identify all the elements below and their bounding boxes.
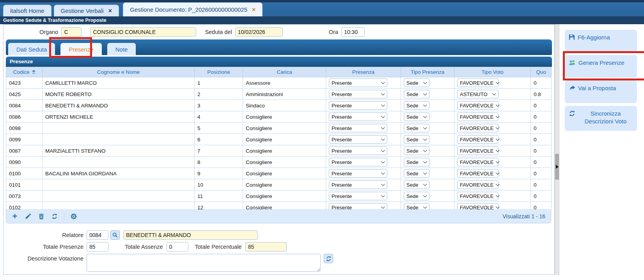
totale-percentuale-input[interactable] <box>245 242 287 251</box>
tipo-voto-select[interactable]: FAVOREVOLE <box>457 169 499 178</box>
presenza-select[interactable]: Presente <box>329 192 387 200</box>
tipo-voto-select[interactable]: FAVOREVOLE <box>457 158 499 166</box>
cell-quo: 0 <box>531 100 552 111</box>
tipo-presenza-select[interactable]: Sede <box>404 203 429 209</box>
splitter-toggle[interactable] <box>555 154 559 180</box>
tipo-voto-select[interactable]: FAVOREVOLE <box>457 112 499 121</box>
column-header-tipo-voto[interactable]: Tipo Voto <box>454 67 531 77</box>
seduta-del-input[interactable] <box>235 27 283 37</box>
organo-descrizione-input[interactable] <box>90 27 196 37</box>
presenza-select[interactable]: Presente <box>329 180 387 189</box>
column-header-cognome[interactable]: Cognome e Nome <box>43 67 195 77</box>
totale-assenze-label: Totale Assenze <box>125 244 163 250</box>
tipo-voto-select[interactable]: FAVOREVOLE <box>457 78 499 87</box>
tipo-presenza-select[interactable]: Sede <box>404 135 429 144</box>
tipo-presenza-select[interactable]: Sede <box>404 90 429 98</box>
chevron-down-icon <box>381 114 385 118</box>
tipo-presenza-select[interactable]: Sede <box>404 78 429 87</box>
table-row[interactable]: 0425 MONTE ROBERTO 2 Amministrazioni Pre… <box>6 89 552 100</box>
table-row[interactable]: 0073 11 Consigliere Presente Sede FAVORE… <box>6 191 552 202</box>
cell-codice: 0102 <box>6 202 43 210</box>
table-row[interactable]: 0087 MARZIALETTI STEFANO 7 Consigliere P… <box>6 145 552 157</box>
presenza-select[interactable]: Presente <box>329 112 387 121</box>
tipo-presenza-select[interactable]: Sede <box>404 192 429 200</box>
column-header-posizione[interactable]: Posizione <box>195 67 243 77</box>
tipo-presenza-select[interactable]: Sede <box>404 101 429 110</box>
tipo-voto-select[interactable]: ASTENUTO <box>457 90 499 98</box>
cell-tipo-presenza: Sede <box>401 89 454 100</box>
refresh-descrizione-button[interactable] <box>324 254 333 263</box>
organo-input[interactable] <box>61 27 82 37</box>
column-header-tipo-presenza[interactable]: Tipo Presenza <box>401 67 454 77</box>
tab-italsoft-home[interactable]: italsoft Home <box>3 5 51 16</box>
table-row[interactable]: 0090 8 Consigliere Presente Sede FAVOREV… <box>6 157 552 168</box>
descrizione-votazione-textarea[interactable] <box>87 254 321 272</box>
tipo-voto-select[interactable]: FAVOREVOLE <box>457 135 499 144</box>
tipo-presenza-select[interactable]: Sede <box>404 124 429 132</box>
relatore-code-input[interactable] <box>87 230 108 240</box>
presenza-select[interactable]: Presente <box>329 169 387 178</box>
tipo-voto-select[interactable]: FAVOREVOLE <box>457 124 499 132</box>
presenza-select[interactable]: Presente <box>329 90 387 98</box>
table-row[interactable]: 0100 BACALINI MARIA GIORDANA 9 Consiglie… <box>6 168 552 179</box>
presenza-select[interactable]: Presente <box>329 78 387 87</box>
chevron-down-icon <box>423 205 427 209</box>
tab-label: Gestione Documento: P_2026000000000025 <box>130 6 247 13</box>
table-row[interactable]: 0084 BENEDETTI & ARMANDO 3 Sindaco Prese… <box>6 100 552 111</box>
column-header-codice[interactable]: Codice <box>6 67 43 77</box>
table-row[interactable]: 0086 ORTENZI MICHELE 4 Consigliere Prese… <box>6 111 552 123</box>
f6-aggiorna-button[interactable]: F6-Aggiorna <box>565 30 637 52</box>
presenza-select[interactable]: Presente <box>329 124 387 132</box>
tipo-presenza-select[interactable]: Sede <box>404 112 429 121</box>
close-icon[interactable]: × <box>252 7 255 13</box>
presenza-select[interactable]: Presente <box>329 203 387 209</box>
tipo-presenza-select[interactable]: Sede <box>404 180 429 189</box>
sincronizza-descrizioni-voto-button[interactable]: Sincronizza Descrizioni Voto <box>565 106 637 131</box>
tipo-voto-select[interactable]: FAVOREVOLE <box>457 203 499 209</box>
table-row[interactable]: 0423 CAMILLETTI MARCO 1 Assessore Presen… <box>6 77 552 89</box>
reload-grid-button[interactable] <box>51 212 59 220</box>
tab-dati-seduta[interactable]: Dati Seduta <box>8 43 55 55</box>
totale-assenze-input[interactable] <box>167 242 188 251</box>
grid-settings-button[interactable] <box>70 212 78 220</box>
presenza-select[interactable]: Presente <box>329 135 387 144</box>
tipo-voto-select[interactable]: FAVOREVOLE <box>457 192 499 200</box>
cell-tipo-voto: FAVOREVOLE <box>454 77 531 89</box>
tipo-voto-select[interactable]: FAVOREVOLE <box>457 101 499 110</box>
table-row[interactable]: 0102 12 Consigliere Presente Sede FAVORE… <box>6 202 552 210</box>
cell-codice: 0087 <box>6 145 43 157</box>
genera-presenze-button[interactable]: Genera Presenze <box>565 55 637 78</box>
relatore-name-input[interactable] <box>123 230 258 240</box>
table-row[interactable]: 0101 10 Consigliere Presente Sede FAVORE… <box>6 179 552 191</box>
presenza-select[interactable]: Presente <box>329 158 387 166</box>
table-row[interactable]: 0099 6 Consigliere Presente Sede FAVOREV… <box>6 134 552 145</box>
table-row[interactable]: 0098 5 Consigliere Presente Sede FAVOREV… <box>6 123 552 134</box>
cell-carica: Consigliere <box>243 134 326 145</box>
panel-splitter[interactable] <box>555 24 559 275</box>
tipo-presenza-select[interactable]: Sede <box>404 158 429 166</box>
column-header-quo[interactable]: Quo <box>531 67 552 77</box>
tab-gestione-verbali[interactable]: Gestione Verbali × <box>54 5 119 16</box>
column-header-carica[interactable]: Carica <box>243 67 326 77</box>
close-icon[interactable]: × <box>108 8 112 14</box>
presenza-select[interactable]: Presente <box>329 101 387 110</box>
totale-presenze-input[interactable] <box>87 242 108 251</box>
column-header-presenza[interactable]: Presenza <box>326 67 401 77</box>
cell-tipo-voto: FAVOREVOLE <box>454 202 531 210</box>
tab-gestione-documento[interactable]: Gestione Documento: P_2026000000000025 × <box>123 2 263 16</box>
vai-a-proposta-button[interactable]: Vai a Proposta <box>565 80 637 103</box>
ora-input[interactable] <box>341 27 365 37</box>
tipo-presenza-select[interactable]: Sede <box>404 146 429 155</box>
delete-row-button[interactable] <box>37 212 45 220</box>
relatore-search-button[interactable] <box>110 230 120 240</box>
tipo-voto-select[interactable]: FAVOREVOLE <box>457 180 499 189</box>
tipo-presenza-select[interactable]: Sede <box>404 169 429 178</box>
tab-presenze[interactable]: Presenze <box>60 43 101 55</box>
tipo-voto-select[interactable]: FAVOREVOLE <box>457 146 499 155</box>
add-row-button[interactable]: + <box>11 212 19 220</box>
edit-row-button[interactable] <box>24 212 32 220</box>
cell-quo: 0 <box>531 179 552 191</box>
presenza-select[interactable]: Presente <box>329 146 387 155</box>
cell-quo: 0 <box>531 145 552 157</box>
tab-note[interactable]: Note <box>107 43 136 55</box>
